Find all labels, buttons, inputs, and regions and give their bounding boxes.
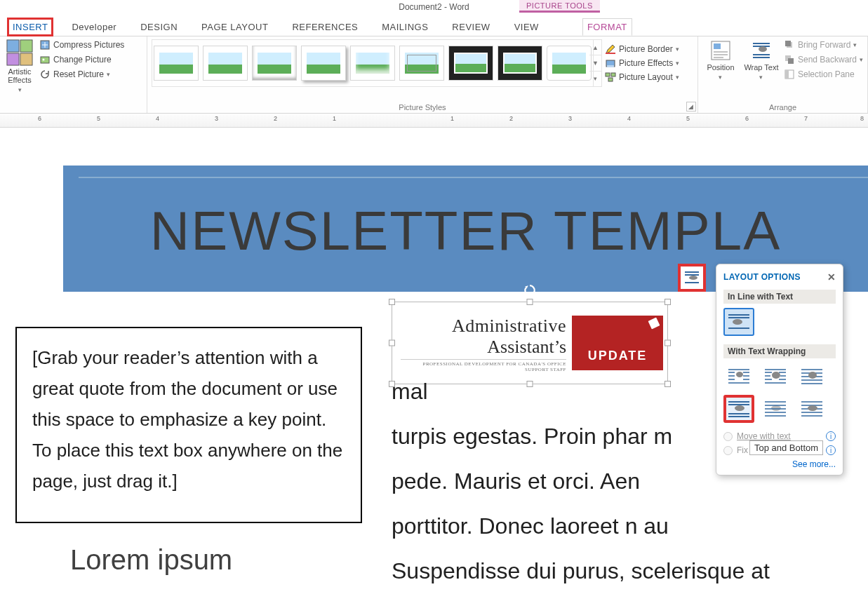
style-thumb-6[interactable] <box>399 46 444 81</box>
wrap-option-tight[interactable] <box>760 363 791 391</box>
style-thumb-2[interactable] <box>203 46 248 81</box>
ruler-tick: 7 <box>804 115 808 122</box>
effects-icon <box>605 58 616 69</box>
ribbon: Artistic Effects Compress Pictures Chang… <box>0 36 868 114</box>
reset-picture-label: Reset Picture <box>53 69 104 79</box>
wrap-option-behind[interactable] <box>760 395 791 423</box>
style-thumb-9[interactable] <box>547 46 592 81</box>
svg-point-6 <box>43 59 45 61</box>
change-picture-button[interactable]: Change Picture <box>39 54 124 65</box>
picture-effects-button[interactable]: Picture Effects <box>605 58 679 69</box>
tab-design[interactable]: DESIGN <box>136 19 182 35</box>
ruler-tick: 4 <box>627 115 631 122</box>
picture-styles-dialog-launcher[interactable]: ◢ <box>686 102 696 112</box>
bring-forward-label: Bring Forward <box>798 40 850 50</box>
pencil-icon <box>605 43 616 55</box>
tab-insert[interactable]: INSERT <box>8 19 52 35</box>
wrap-option-front[interactable] <box>796 395 827 423</box>
picture-styles-group-label: Picture Styles <box>152 102 693 112</box>
ruler-tick: 4 <box>156 115 159 122</box>
wrap-text-button[interactable]: Wrap Text <box>743 39 780 81</box>
quote-text: [Grab your reader’s attention with a gre… <box>32 347 342 492</box>
change-picture-label: Change Picture <box>53 55 112 65</box>
picture-border-button[interactable]: Picture Border <box>605 43 679 55</box>
ribbon-tabs: INSERT Developer DESIGN PAGE LAYOUT REFE… <box>0 15 868 36</box>
wrap-option-inline[interactable] <box>723 308 754 336</box>
layout-options-button[interactable] <box>678 264 706 292</box>
document-title: Document2 - Word <box>399 2 469 12</box>
move-with-text-input[interactable] <box>723 432 733 441</box>
arrange-group-label: Arrange <box>702 102 863 112</box>
picture-layout-icon <box>605 72 616 83</box>
svg-rect-0 <box>7 40 19 52</box>
move-with-text-radio[interactable]: Move with text i <box>723 431 836 441</box>
style-thumb-7[interactable] <box>448 46 493 81</box>
gallery-row-up[interactable]: ▲ <box>589 40 601 55</box>
wrap-option-square[interactable] <box>723 363 754 391</box>
wrap-top-bottom-icon <box>727 400 751 418</box>
resize-handle[interactable] <box>665 299 671 305</box>
picture-effects-label: Picture Effects <box>619 58 673 68</box>
style-thumb-8[interactable] <box>498 46 542 81</box>
tab-view[interactable]: VIEW <box>510 19 543 35</box>
artistic-effects-button[interactable]: Artistic Effects <box>4 39 35 94</box>
style-thumb-4[interactable] <box>301 46 346 81</box>
document-canvas[interactable]: NEWSLETTER TEMPLA [Grab your reader’s at… <box>0 128 868 594</box>
wrap-option-top-bottom[interactable] <box>723 395 754 423</box>
contextual-tab-picture-tools: PICTURE TOOLS <box>519 0 600 13</box>
compress-pictures-button[interactable]: Compress Pictures <box>39 39 124 50</box>
bring-forward-button[interactable]: Bring Forward <box>784 39 863 50</box>
tab-format[interactable]: FORMAT <box>582 18 632 36</box>
resize-handle[interactable] <box>527 299 533 305</box>
resize-handle[interactable] <box>665 340 671 346</box>
tab-mailings[interactable]: MAILINGS <box>378 19 432 35</box>
gallery-more-button[interactable]: ▲ ▼ ▾ <box>589 39 602 87</box>
position-icon <box>709 39 732 62</box>
bring-forward-icon <box>784 39 795 50</box>
position-label: Position <box>707 63 734 72</box>
wrap-tight-icon <box>763 367 787 386</box>
heading-lorem[interactable]: Lorem ipsum <box>70 544 232 576</box>
resize-handle[interactable] <box>389 299 395 305</box>
layout-options-icon <box>683 270 700 285</box>
picture-styles-gallery[interactable] <box>152 39 594 87</box>
info-icon[interactable]: i <box>826 431 836 441</box>
horizontal-ruler[interactable]: 6 5 4 3 2 1 1 2 3 4 5 6 7 8 <box>0 114 868 128</box>
svg-rect-16 <box>785 41 791 46</box>
maple-leaf-icon <box>646 315 662 331</box>
close-icon[interactable]: ✕ <box>827 271 836 283</box>
wrap-behind-icon <box>763 400 787 418</box>
wrap-through-icon <box>800 367 824 386</box>
picture-layout-button[interactable]: Picture Layout <box>605 72 679 83</box>
style-thumb-1[interactable] <box>154 46 199 81</box>
ruler-tick: 6 <box>745 115 749 122</box>
style-thumb-3[interactable] <box>252 46 297 81</box>
see-more-link[interactable]: See more... <box>723 459 836 469</box>
svg-rect-18 <box>788 58 794 64</box>
resize-handle[interactable] <box>389 340 395 346</box>
layout-options-title: LAYOUT OPTIONS <box>723 272 801 282</box>
ruler-tick: 2 <box>509 115 513 122</box>
ruler-tick: 6 <box>38 115 41 122</box>
wrap-option-through[interactable] <box>796 363 827 391</box>
compress-icon <box>39 39 51 50</box>
gallery-row-down[interactable]: ▼ <box>589 55 601 71</box>
info-icon[interactable]: i <box>826 445 836 455</box>
gallery-dropdown[interactable]: ▾ <box>589 72 601 86</box>
svg-rect-11 <box>611 73 615 76</box>
position-button[interactable]: Position <box>702 39 739 81</box>
tab-page-layout[interactable]: PAGE LAYOUT <box>197 19 272 35</box>
image-badge-text: UPDATE <box>588 349 648 363</box>
svg-rect-12 <box>608 78 613 81</box>
style-thumb-5[interactable] <box>350 46 395 81</box>
send-backward-button[interactable]: Send Backward <box>784 54 863 65</box>
tab-references[interactable]: REFERENCES <box>288 19 362 35</box>
fix-position-input[interactable] <box>723 446 733 455</box>
tab-review[interactable]: REVIEW <box>448 19 494 35</box>
rotate-handle-icon[interactable] <box>523 284 536 297</box>
tab-developer[interactable]: Developer <box>67 19 121 35</box>
selection-pane-button[interactable]: Selection Pane <box>784 69 863 80</box>
quote-text-box[interactable]: [Grab your reader’s attention with a gre… <box>15 327 362 523</box>
reset-picture-button[interactable]: Reset Picture <box>39 69 124 80</box>
ruler-tick: 8 <box>860 115 864 122</box>
